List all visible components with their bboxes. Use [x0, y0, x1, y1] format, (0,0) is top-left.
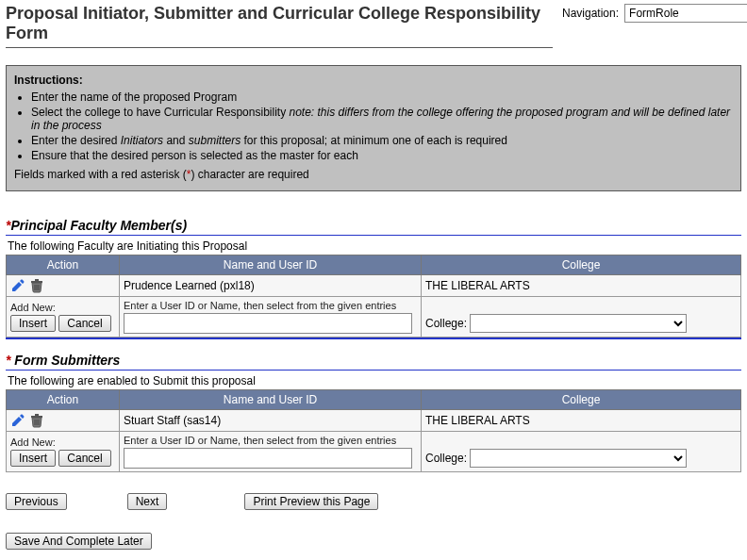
- submitters-subtitle: The following are enabled to Submit this…: [8, 374, 741, 387]
- faculty-add-row: Add New: Insert Cancel Enter a User ID o…: [7, 297, 741, 338]
- college-label: College:: [425, 452, 467, 465]
- submitter-college-cell: THE LIBERAL ARTS: [422, 410, 741, 432]
- table-row: Prudence Learned (pxl18) THE LIBERAL ART…: [7, 275, 741, 297]
- submitters-section-title: Form Submitters: [10, 353, 120, 368]
- svg-rect-6: [35, 414, 39, 416]
- delete-icon[interactable]: [29, 413, 44, 428]
- faculty-college-select[interactable]: [470, 314, 687, 333]
- name-input-hint: Enter a User ID or Name, then select fro…: [124, 300, 417, 311]
- insert-button[interactable]: Insert: [10, 315, 56, 332]
- section-rule: [6, 235, 741, 236]
- page-title: Proposal Initiator, Submitter and Curric…: [6, 4, 553, 43]
- svg-rect-5: [31, 416, 42, 418]
- svg-rect-1: [35, 279, 39, 281]
- edit-icon[interactable]: [10, 278, 25, 293]
- instruction-item: Enter the desired Initiators and submitt…: [31, 134, 733, 147]
- submitters-add-row: Add New: Insert Cancel Enter a User ID o…: [7, 432, 741, 472]
- cancel-button[interactable]: Cancel: [58, 450, 110, 467]
- form-submitters-section: * Form Submitters The following are enab…: [6, 353, 741, 472]
- faculty-table: Action Name and User ID College Prudence: [6, 255, 741, 338]
- instruction-item: Enter the name of the proposed Program: [31, 91, 733, 104]
- insert-button[interactable]: Insert: [10, 450, 56, 467]
- submitter-college-select[interactable]: [470, 449, 687, 468]
- next-button[interactable]: Next: [127, 493, 168, 510]
- instruction-item: Select the college to have Curricular Re…: [31, 106, 733, 132]
- navigation-select[interactable]: FormRole: [624, 4, 747, 23]
- column-header-action: Action: [7, 390, 120, 410]
- column-header-action: Action: [7, 255, 120, 275]
- faculty-section-title: Principal Faculty Member(s): [10, 218, 187, 233]
- print-preview-button[interactable]: Print Preview this Page: [244, 493, 378, 510]
- navigation-label: Navigation:: [562, 7, 619, 20]
- faculty-name-cell: Prudence Learned (pxl18): [120, 275, 422, 297]
- add-new-label: Add New:: [10, 436, 115, 448]
- name-input-hint: Enter a User ID or Name, then select fro…: [124, 435, 417, 446]
- submitter-name-input[interactable]: [124, 448, 412, 469]
- previous-button[interactable]: Previous: [6, 493, 67, 510]
- navigation-area: Navigation: FormRole: [562, 4, 747, 23]
- faculty-name-input[interactable]: [124, 313, 412, 334]
- add-new-label: Add New:: [10, 302, 115, 313]
- section-bottom-rule: [6, 338, 741, 339]
- section-rule: [6, 370, 741, 371]
- required-fields-note: Fields marked with a red asterisk (*) ch…: [14, 168, 733, 181]
- faculty-subtitle: The following Faculty are Initiating thi…: [8, 239, 741, 253]
- delete-icon[interactable]: [29, 278, 44, 293]
- instructions-heading: Instructions:: [14, 74, 83, 87]
- instruction-item: Ensure that the desired person is select…: [31, 149, 733, 162]
- column-header-college: College: [422, 255, 741, 275]
- title-underline: [6, 47, 553, 48]
- table-row: Stuart Staff (sas14) THE LIBERAL ARTS: [7, 410, 741, 432]
- save-complete-later-button[interactable]: Save And Complete Later: [6, 533, 152, 550]
- column-header-name: Name and User ID: [120, 255, 422, 275]
- column-header-college: College: [422, 390, 741, 410]
- faculty-college-cell: THE LIBERAL ARTS: [422, 275, 741, 297]
- principal-faculty-section: *Principal Faculty Member(s) The followi…: [6, 218, 741, 339]
- column-header-name: Name and User ID: [120, 390, 422, 410]
- svg-rect-0: [31, 281, 42, 283]
- cancel-button[interactable]: Cancel: [58, 315, 110, 332]
- college-label: College:: [425, 317, 467, 330]
- edit-icon[interactable]: [10, 413, 25, 428]
- instructions-panel: Instructions: Enter the name of the prop…: [6, 65, 741, 191]
- submitters-table: Action Name and User ID College Stuart S: [6, 389, 741, 472]
- submitter-name-cell: Stuart Staff (sas14): [120, 410, 422, 432]
